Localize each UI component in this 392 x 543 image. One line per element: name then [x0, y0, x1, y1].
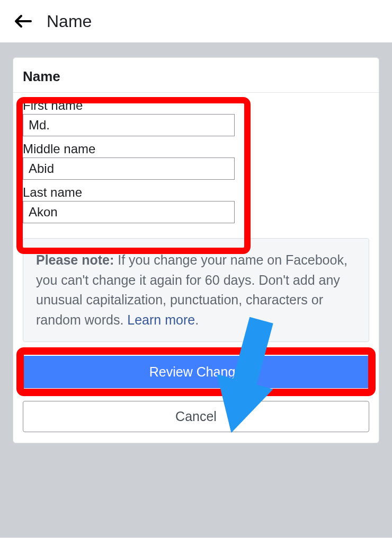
header-bar: Name — [0, 0, 392, 42]
last-name-field[interactable] — [23, 201, 235, 223]
first-name-label: First name — [23, 98, 369, 113]
note-strong: Please note: — [36, 252, 114, 267]
section-title: Name — [13, 68, 379, 93]
middle-name-field[interactable] — [23, 157, 235, 180]
last-name-group: Last name — [23, 185, 369, 223]
name-card: Name First name Middle name Last name Pl… — [13, 57, 379, 443]
button-area: Review Change Cancel — [13, 342, 379, 432]
page-title: Name — [47, 12, 92, 31]
back-arrow-icon[interactable] — [12, 10, 35, 33]
last-name-label: Last name — [23, 185, 369, 200]
cancel-button[interactable]: Cancel — [23, 401, 369, 432]
middle-name-label: Middle name — [23, 142, 369, 156]
note-box: Please note: If you change your name on … — [23, 238, 369, 342]
review-change-button[interactable]: Review Change — [23, 356, 369, 388]
first-name-field[interactable] — [23, 114, 235, 136]
content-background: Name First name Middle name Last name Pl… — [0, 42, 392, 538]
middle-name-group: Middle name — [23, 142, 369, 180]
first-name-group: First name — [23, 98, 369, 136]
note-text: Please note: If you change your name on … — [36, 250, 356, 330]
learn-more-link[interactable]: Learn more — [127, 312, 195, 327]
name-form: First name Middle name Last name — [13, 98, 379, 223]
note-after: . — [195, 312, 199, 327]
